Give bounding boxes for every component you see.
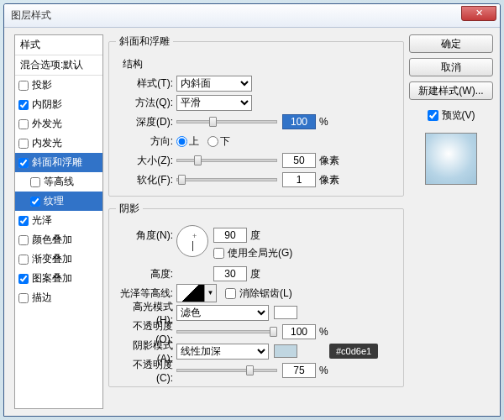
highlight-mode-select[interactable]: 滤色 [176, 305, 269, 321]
angle-label: 角度(N): [118, 225, 176, 243]
style-select[interactable]: 内斜面 [176, 76, 252, 92]
style-item-label: 等高线 [44, 175, 74, 189]
styles-list: 样式 混合选项:默认 投影内阴影外发光内发光斜面和浮雕等高线纹理光泽颜色叠加渐变… [14, 34, 103, 409]
altitude-label: 高度: [118, 267, 176, 281]
soften-label: 软化(F): [118, 173, 176, 187]
direction-up[interactable]: 上 [176, 134, 199, 149]
global-light-checkbox[interactable] [213, 248, 224, 259]
layer-style-dialog: 图层样式 ✕ 样式 混合选项:默认 投影内阴影外发光内发光斜面和浮雕等高线纹理光… [3, 3, 501, 417]
bevel-fieldset: 斜面和浮雕 结构 样式(T): 内斜面 方法(Q): 平滑 深度(D): % [108, 34, 404, 197]
style-item-label: 纹理 [44, 194, 64, 208]
style-item[interactable]: 纹理 [15, 192, 102, 211]
shadow-color-swatch[interactable] [274, 344, 297, 358]
hl-opacity-unit: % [319, 326, 328, 338]
color-tooltip: #c0d6e1 [329, 344, 378, 359]
style-checkbox[interactable] [18, 216, 29, 226]
size-unit: 像素 [319, 154, 339, 168]
style-item[interactable]: 外发光 [15, 114, 102, 134]
style-item[interactable]: 内发光 [15, 134, 102, 153]
style-item[interactable]: 内阴影 [15, 95, 102, 114]
size-slider[interactable] [176, 159, 277, 162]
new-style-button[interactable]: 新建样式(W)... [409, 81, 493, 100]
technique-label: 方法(Q): [118, 96, 176, 110]
depth-slider[interactable] [176, 120, 277, 123]
structure-subhead: 结构 [123, 57, 395, 71]
direction-label: 方向: [118, 134, 176, 149]
style-label: 样式(T): [118, 76, 176, 91]
size-input[interactable] [282, 153, 316, 168]
shading-fieldset: 阴影 角度(N): + 度 使用全局光(G) [108, 202, 404, 387]
style-item-label: 内发光 [32, 136, 62, 150]
global-light-label: 使用全局光(G) [228, 246, 292, 260]
style-checkbox[interactable] [18, 255, 29, 265]
style-item[interactable]: 光泽 [15, 211, 102, 230]
style-item[interactable]: 图案叠加 [15, 269, 102, 288]
hl-opacity-slider[interactable] [176, 330, 277, 333]
style-checkbox[interactable] [18, 235, 29, 245]
style-item-label: 光泽 [32, 213, 52, 228]
sh-opacity-input[interactable] [282, 363, 316, 378]
style-checkbox[interactable] [18, 158, 29, 168]
style-item-label: 外发光 [32, 117, 62, 131]
style-item[interactable]: 颜色叠加 [15, 230, 102, 249]
style-checkbox[interactable] [18, 293, 29, 303]
settings-panel: 斜面和浮雕 结构 样式(T): 内斜面 方法(Q): 平滑 深度(D): % [108, 34, 404, 409]
sh-opacity-slider[interactable] [176, 369, 277, 372]
direction-down[interactable]: 下 [207, 134, 230, 149]
soften-input[interactable] [282, 172, 316, 187]
preview-label: 预览(V) [442, 108, 475, 123]
sh-opacity-label: 不透明度(C): [118, 358, 176, 384]
style-checkbox[interactable] [18, 119, 29, 129]
cancel-button[interactable]: 取消 [409, 58, 493, 76]
ok-button[interactable]: 确定 [409, 34, 493, 53]
chevron-down-icon[interactable]: ▼ [205, 284, 217, 302]
bevel-title: 斜面和浮雕 [116, 34, 173, 49]
styles-header[interactable]: 样式 [15, 35, 102, 55]
window-title: 图层样式 [11, 8, 51, 23]
close-button[interactable]: ✕ [461, 6, 496, 21]
style-item-label: 渐变叠加 [32, 252, 72, 266]
sh-opacity-unit: % [319, 365, 328, 376]
depth-unit: % [319, 116, 328, 128]
style-checkbox[interactable] [18, 139, 29, 149]
style-item-label: 内阴影 [32, 97, 62, 112]
antialias-checkbox[interactable] [225, 288, 236, 299]
altitude-unit: 度 [250, 267, 260, 281]
style-checkbox[interactable] [30, 197, 40, 207]
soften-slider[interactable] [176, 178, 277, 181]
highlight-color-swatch[interactable] [274, 306, 297, 319]
shadow-mode-select[interactable]: 线性加深 [176, 344, 269, 360]
content-area: 样式 混合选项:默认 投影内阴影外发光内发光斜面和浮雕等高线纹理光泽颜色叠加渐变… [4, 28, 500, 416]
shading-title: 阴影 [116, 202, 143, 216]
depth-input[interactable] [282, 114, 316, 129]
depth-label: 深度(D): [118, 115, 176, 129]
style-item-label: 颜色叠加 [32, 233, 72, 247]
style-item-label: 斜面和浮雕 [32, 155, 82, 170]
style-item[interactable]: 描边 [15, 288, 102, 307]
gloss-contour-picker[interactable] [176, 284, 205, 302]
angle-input[interactable] [213, 228, 247, 243]
style-checkbox[interactable] [18, 274, 29, 284]
style-item[interactable]: 渐变叠加 [15, 249, 102, 269]
angle-dial[interactable]: + [176, 225, 208, 257]
right-panel: 确定 取消 新建样式(W)... 预览(V) [409, 34, 493, 409]
style-item[interactable]: 等高线 [15, 172, 102, 192]
style-item[interactable]: 投影 [15, 76, 102, 95]
blend-options-row[interactable]: 混合选项:默认 [15, 55, 102, 76]
style-checkbox[interactable] [18, 81, 29, 91]
angle-unit: 度 [250, 228, 260, 243]
titlebar: 图层样式 ✕ [4, 4, 500, 28]
hl-opacity-input[interactable] [282, 324, 316, 339]
style-checkbox[interactable] [18, 100, 29, 110]
size-label: 大小(Z): [118, 154, 176, 168]
style-checkbox[interactable] [30, 177, 40, 187]
style-item-label: 投影 [32, 78, 52, 92]
altitude-input[interactable] [213, 266, 247, 281]
technique-select[interactable]: 平滑 [176, 95, 252, 111]
preview-checkbox[interactable] [428, 110, 438, 121]
antialias-label: 消除锯齿(L) [239, 286, 292, 301]
style-item[interactable]: 斜面和浮雕 [15, 153, 102, 172]
style-item-label: 图案叠加 [32, 271, 72, 286]
gloss-contour-label: 光泽等高线: [118, 286, 176, 301]
preview-thumbnail [425, 133, 477, 185]
